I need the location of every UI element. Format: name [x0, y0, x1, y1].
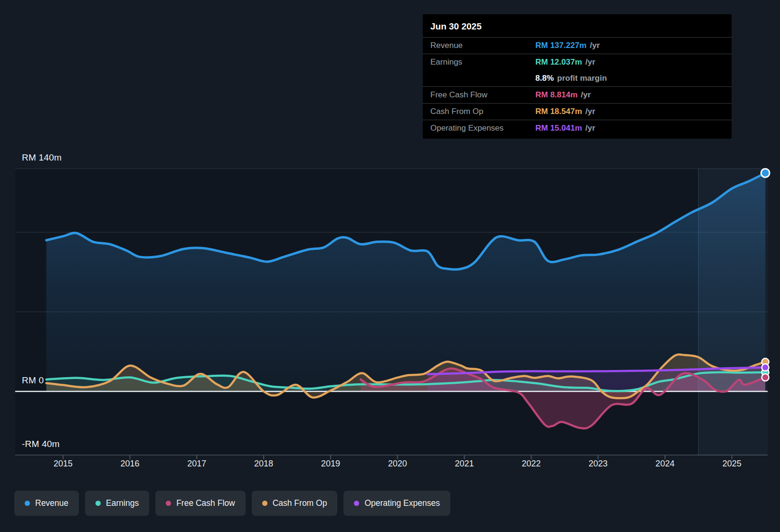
tooltip-date: Jun 30 2025	[423, 14, 732, 37]
tooltip-row-value: RM 12.037m	[535, 57, 582, 67]
tooltip-row-suffix: profit margin	[557, 74, 607, 83]
y-axis-label: RM 140m	[22, 152, 62, 163]
series-end-dot-free-cash-flow[interactable]	[762, 374, 769, 381]
tooltip-row-label: Earnings	[430, 57, 535, 67]
x-axis-label: 2015	[54, 459, 73, 469]
tooltip-row-suffix: /yr	[581, 90, 591, 100]
tooltip-row-profit-margin: 8.8%profit margin	[423, 70, 732, 86]
legend-dot-revenue	[25, 501, 30, 506]
legend-item-revenue[interactable]: Revenue	[14, 491, 79, 516]
x-axis-label: 2018	[254, 459, 273, 469]
tooltip-row-value: RM 137.227m	[535, 41, 587, 50]
legend-label: Operating Expenses	[364, 498, 440, 508]
x-axis-label: 2025	[723, 459, 742, 469]
tooltip-row-value: RM 15.041m	[535, 124, 582, 133]
legend-dot-cash-from-op	[262, 501, 267, 506]
tooltip-row-cash-from-op: Cash From OpRM 18.547m/yr	[423, 103, 732, 120]
x-axis-label: 2021	[455, 459, 474, 469]
chart-legend: RevenueEarningsFree Cash FlowCash From O…	[14, 491, 450, 516]
tooltip-row-label: Free Cash Flow	[430, 90, 535, 100]
legend-label: Earnings	[106, 498, 139, 508]
tooltip-row-suffix: /yr	[585, 107, 595, 116]
legend-label: Cash From Op	[273, 498, 327, 508]
tooltip-row-value: RM 18.547m	[535, 107, 582, 116]
legend-dot-operating-expenses	[354, 501, 359, 506]
tooltip-row-suffix: /yr	[590, 41, 600, 50]
series-end-dot-revenue[interactable]	[761, 169, 770, 177]
tooltip-row-operating-expenses: Operating ExpensesRM 15.041m/yr	[423, 120, 732, 136]
tooltip-row-free-cash-flow: Free Cash FlowRM 8.814m/yr	[423, 86, 732, 103]
legend-dot-free-cash-flow	[166, 501, 171, 506]
legend-item-operating-expenses[interactable]: Operating Expenses	[343, 491, 450, 516]
tooltip-row-label: Operating Expenses	[430, 124, 535, 133]
highlight-band	[698, 169, 768, 455]
tooltip-row-earnings: EarningsRM 12.037m/yr	[423, 54, 732, 70]
x-axis-label: 2017	[187, 459, 206, 469]
x-axis-label: 2020	[388, 459, 407, 469]
x-axis-label: 2023	[589, 459, 608, 469]
legend-label: Revenue	[35, 498, 68, 508]
series-end-dot-operating-expenses[interactable]	[762, 364, 769, 371]
tooltip-row-suffix: /yr	[585, 124, 595, 133]
legend-label: Free Cash Flow	[176, 498, 235, 508]
x-axis-label: 2022	[522, 459, 541, 469]
tooltip-row-label: Cash From Op	[430, 107, 535, 116]
x-axis-label: 2016	[120, 459, 139, 469]
x-axis-label: 2019	[321, 459, 340, 469]
legend-item-earnings[interactable]: Earnings	[85, 491, 149, 516]
x-axis-label: 2024	[656, 459, 675, 469]
hover-tooltip: Jun 30 2025 RevenueRM 137.227m/yrEarning…	[423, 14, 732, 139]
tooltip-row-value: RM 8.814m	[535, 90, 578, 100]
tooltip-row-value: 8.8%	[535, 74, 554, 83]
tooltip-row-revenue: RevenueRM 137.227m/yr	[423, 37, 732, 54]
tooltip-row-suffix: /yr	[585, 57, 595, 67]
legend-item-cash-from-op[interactable]: Cash From Op	[252, 491, 338, 516]
legend-item-free-cash-flow[interactable]: Free Cash Flow	[155, 491, 246, 516]
tooltip-row-label: Revenue	[430, 41, 535, 50]
chart-page: RM 140mRM 0-RM 40m 201520162017201820192…	[0, 0, 780, 532]
y-axis-label: -RM 40m	[22, 439, 60, 449]
y-axis-label: RM 0	[22, 375, 44, 386]
legend-dot-earnings	[95, 501, 101, 506]
